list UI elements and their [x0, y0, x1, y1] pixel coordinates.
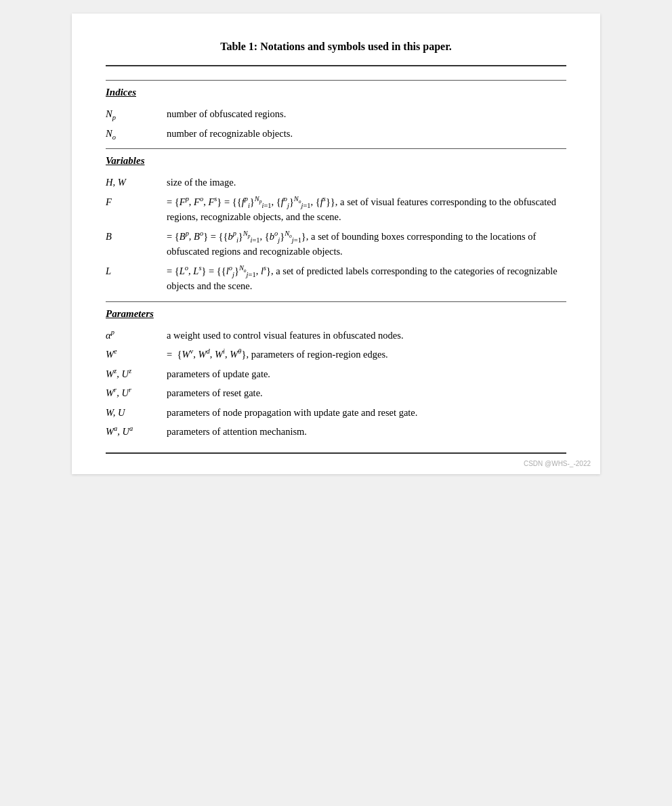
bottom-rule — [106, 452, 566, 454]
description-cell: number of recognizable objects. — [167, 124, 566, 143]
table-row: W, Uparameters of node propagation with … — [106, 403, 566, 422]
symbol-cell: W, U — [106, 403, 167, 422]
description-cell: size of the image. — [167, 173, 566, 192]
description-cell: a weight used to control visual features… — [167, 326, 566, 345]
symbol-cell: We — [106, 345, 167, 364]
table-row: Wz, Uzparameters of update gate. — [106, 364, 566, 383]
table-row: H, Wsize of the image. — [106, 173, 566, 192]
table-row: F= {Fp, Fo, Fs} = {{fpi}Npi=1, {foj}Noj=… — [106, 192, 566, 227]
symbol-cell: F — [106, 192, 167, 227]
symbol-cell: Wz, Uz — [106, 364, 167, 383]
section-header-cell: Variables — [106, 143, 566, 173]
table-row: αpa weight used to control visual featur… — [106, 326, 566, 345]
table-row: L= {Lo, Ls} = {{loj}Noj=1, ls}, a set of… — [106, 261, 566, 296]
section-header-cell: Indices — [106, 75, 566, 104]
description-cell: = {Bp, Bo} = {{bpi}Npi=1, {boj}Noj=1}, a… — [167, 227, 566, 261]
table-row: B= {Bp, Bo} = {{bpi}Npi=1, {boj}Noj=1}, … — [106, 227, 566, 261]
top-rule — [106, 65, 566, 66]
table-row: Wr, Urparameters of reset gate. — [106, 383, 566, 402]
description-cell: parameters of node propagation with upda… — [167, 403, 566, 422]
symbol-cell: No — [106, 124, 167, 143]
symbol-cell: Wa, Ua — [106, 422, 167, 441]
section-label: Variables — [106, 153, 566, 169]
page-container: Table 1: Notations and symbols used in t… — [72, 14, 600, 474]
table-row: Wa, Uaparameters of attention mechanism. — [106, 422, 566, 441]
description-cell: parameters of update gate. — [167, 364, 566, 383]
description-cell: = {Wv, Wd, Wi, Wθ}, parameters of region… — [167, 345, 566, 364]
section-header-cell: Parameters — [106, 296, 566, 326]
symbol-cell: αp — [106, 326, 167, 345]
description-cell: = {Lo, Ls} = {{loj}Noj=1, ls}, a set of … — [167, 261, 566, 296]
watermark: CSDN @WHS-_-2022 — [524, 460, 591, 467]
symbol-cell: B — [106, 227, 167, 261]
table-row: Npnumber of obfuscated regions. — [106, 104, 566, 123]
table-row: Nonumber of recognizable objects. — [106, 124, 566, 143]
symbol-cell: Wr, Ur — [106, 383, 167, 402]
symbol-cell: L — [106, 261, 167, 296]
description-cell: number of obfuscated regions. — [167, 104, 566, 123]
symbol-cell: H, W — [106, 173, 167, 192]
section-header-row: Indices — [106, 75, 566, 104]
section-label: Indices — [106, 85, 566, 100]
table-title: Table 1: Notations and symbols used in t… — [106, 41, 566, 53]
symbol-cell: Np — [106, 104, 167, 123]
notation-table: IndicesNpnumber of obfuscated regions.No… — [106, 75, 566, 442]
table-row: We= {Wv, Wd, Wi, Wθ}, parameters of regi… — [106, 345, 566, 364]
section-label: Parameters — [106, 306, 566, 322]
description-cell: = {Fp, Fo, Fs} = {{fpi}Npi=1, {foj}Noj=1… — [167, 192, 566, 227]
section-header-row: Variables — [106, 143, 566, 173]
section-header-row: Parameters — [106, 296, 566, 326]
description-cell: parameters of attention mechanism. — [167, 422, 566, 441]
description-cell: parameters of reset gate. — [167, 383, 566, 402]
